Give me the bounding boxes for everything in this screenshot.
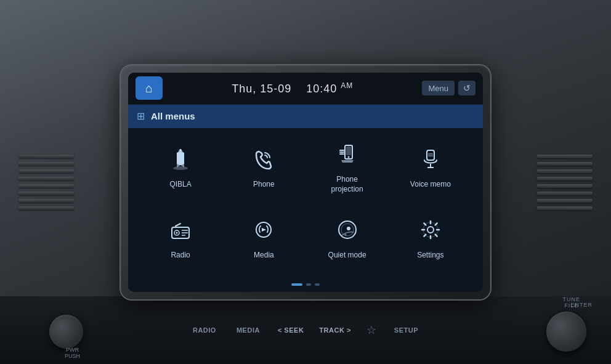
radio-button[interactable]: RADIO (184, 322, 225, 339)
menu-item-quiet-mode[interactable]: Quiet mode (307, 205, 387, 273)
media-button[interactable]: MEDIA (228, 322, 269, 339)
time-display: 10:40 (306, 83, 337, 95)
page-dot-2[interactable] (306, 283, 311, 286)
tune-file-label: TUNE FILE (563, 296, 581, 309)
radio-icon (168, 217, 193, 246)
page-dot-1[interactable] (291, 283, 302, 286)
controls-panel: RADIO MEDIA < SEEK TRACK > ☆ SETUP (0, 296, 611, 364)
voice-memo-icon (418, 147, 443, 175)
menu-item-settings[interactable]: Settings (390, 205, 471, 273)
right-vent (531, 115, 599, 250)
setup-button[interactable]: SETUP (386, 322, 427, 339)
svg-rect-3 (346, 147, 351, 155)
svg-point-21 (427, 227, 434, 233)
svg-point-20 (344, 234, 346, 236)
menu-item-qibla[interactable]: QIBLA (140, 134, 221, 203)
screen: ⌂ Thu, 15-09 10:40 AM Menu ↺ ⊞ All menus (128, 73, 483, 292)
menu-button[interactable]: Menu (422, 81, 455, 95)
left-vent (12, 115, 80, 250)
track-forward-button[interactable]: TRACK > (313, 322, 357, 339)
header-right-controls: Menu ↺ (422, 81, 475, 95)
pwr-knob[interactable] (49, 315, 83, 349)
phone-label: Phone (253, 180, 275, 190)
menu-grid: QIBLA Phone (128, 128, 483, 280)
back-button[interactable]: ↺ (458, 81, 475, 95)
svg-point-19 (347, 227, 350, 230)
date-display: Thu, 15-09 (232, 83, 291, 95)
svg-point-1 (179, 149, 182, 152)
qibla-icon (168, 147, 193, 175)
settings-icon (418, 217, 443, 246)
settings-label: Settings (417, 251, 443, 261)
svg-point-12 (176, 232, 178, 234)
menu-item-radio[interactable]: Radio (140, 205, 221, 273)
page-dots (128, 280, 483, 292)
tune-knob[interactable] (546, 312, 586, 352)
screen-header: ⌂ Thu, 15-09 10:40 AM Menu ↺ (128, 73, 483, 105)
radio-label: Radio (171, 251, 190, 261)
home-icon: ⌂ (145, 81, 153, 95)
menu-item-media[interactable]: Media (224, 205, 304, 273)
grid-icon: ⊞ (137, 110, 145, 122)
menu-item-voice-memo[interactable]: Voice memo (390, 134, 471, 203)
home-button[interactable]: ⌂ (136, 76, 163, 100)
phone-projection-icon (335, 142, 360, 170)
date-time-display: Thu, 15-09 10:40 AM (163, 81, 422, 95)
media-label: Media (254, 251, 274, 261)
qibla-label: QIBLA (169, 180, 191, 190)
media-icon (251, 217, 276, 246)
dashboard: ⌂ Thu, 15-09 10:40 AM Menu ↺ ⊞ All menus (0, 0, 611, 364)
svg-rect-5 (427, 150, 434, 160)
page-dot-3[interactable] (315, 283, 320, 286)
all-menus-bar: ⊞ All menus (128, 105, 483, 128)
voice-memo-label: Voice memo (410, 180, 451, 190)
all-menus-label: All menus (151, 111, 195, 121)
menu-item-phone[interactable]: Phone (224, 134, 304, 203)
favorite-star-button[interactable]: ☆ (360, 318, 382, 342)
pwr-label: PWR PUSH (55, 347, 89, 359)
seek-back-button[interactable]: < SEEK (272, 322, 310, 339)
ampm-display: AM (341, 81, 353, 90)
quiet-mode-icon (335, 217, 360, 246)
svg-point-22 (423, 222, 438, 237)
quiet-mode-label: Quiet mode (328, 251, 366, 261)
svg-point-4 (347, 156, 349, 158)
menu-item-phone-projection[interactable]: Phoneprojection (307, 134, 387, 203)
svg-point-0 (173, 166, 188, 170)
phone-icon (251, 147, 276, 175)
controls-row: RADIO MEDIA < SEEK TRACK > ☆ SETUP (184, 318, 427, 342)
screen-bezel: ⌂ Thu, 15-09 10:40 AM Menu ↺ ⊞ All menus (121, 65, 490, 299)
phone-projection-label: Phoneprojection (331, 175, 363, 194)
